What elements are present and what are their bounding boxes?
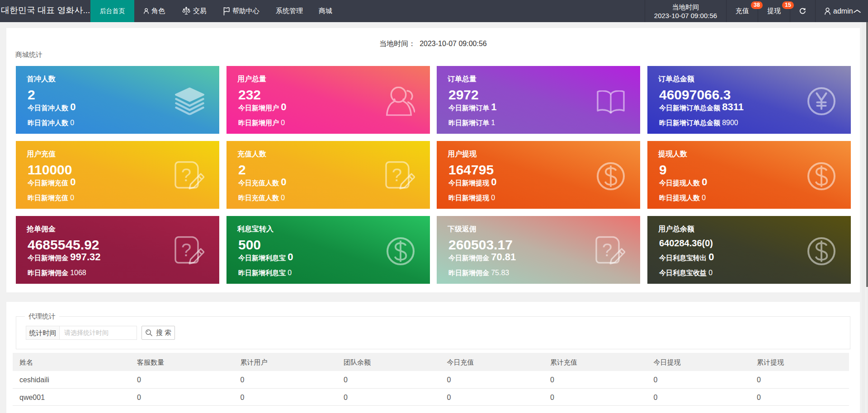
svg-text:?: ? xyxy=(602,239,612,259)
svg-text:?: ? xyxy=(181,164,191,184)
svg-text:?: ? xyxy=(181,239,191,259)
svg-text:?: ? xyxy=(392,164,402,184)
